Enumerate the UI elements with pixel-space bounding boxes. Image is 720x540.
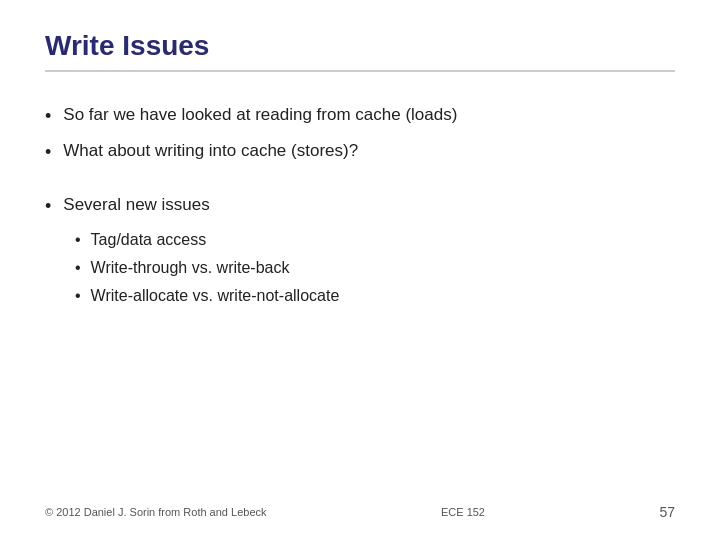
- slide-content: • So far we have looked at reading from …: [45, 82, 675, 494]
- footer-course: ECE 152: [441, 506, 485, 518]
- slide-footer: © 2012 Daniel J. Sorin from Roth and Leb…: [45, 494, 675, 520]
- sub-bullet-item-1: • Tag/data access: [75, 228, 675, 252]
- section-bullet-text: Several new issues: [63, 192, 209, 218]
- bullet-item-1: • So far we have looked at reading from …: [45, 102, 675, 130]
- bullet-dot-2: •: [45, 139, 51, 166]
- bullet-text-1: So far we have looked at reading from ca…: [63, 102, 457, 128]
- bullet-item-2: • What about writing into cache (stores)…: [45, 138, 675, 166]
- bullet-dot-1: •: [45, 103, 51, 130]
- section-bullet-dot: •: [45, 193, 51, 220]
- footer-page-number: 57: [659, 504, 675, 520]
- sub-bullet-dot-3: •: [75, 284, 81, 308]
- sub-bullets-list: • Tag/data access • Write-through vs. wr…: [75, 228, 675, 308]
- sub-bullet-text-3: Write-allocate vs. write-not-allocate: [91, 284, 340, 308]
- sub-bullet-text-1: Tag/data access: [91, 228, 207, 252]
- sub-bullet-dot-1: •: [75, 228, 81, 252]
- sub-bullet-item-2: • Write-through vs. write-back: [75, 256, 675, 280]
- sub-bullet-text-2: Write-through vs. write-back: [91, 256, 290, 280]
- section-gap: • Several new issues • Tag/data access •…: [45, 192, 675, 308]
- bullet-text-2: What about writing into cache (stores)?: [63, 138, 358, 164]
- sub-bullet-item-3: • Write-allocate vs. write-not-allocate: [75, 284, 675, 308]
- section-bullet-item: • Several new issues: [45, 192, 675, 220]
- footer-copyright: © 2012 Daniel J. Sorin from Roth and Leb…: [45, 506, 267, 518]
- slide: Write Issues • So far we have looked at …: [0, 0, 720, 540]
- sub-bullet-dot-2: •: [75, 256, 81, 280]
- slide-title: Write Issues: [45, 30, 675, 72]
